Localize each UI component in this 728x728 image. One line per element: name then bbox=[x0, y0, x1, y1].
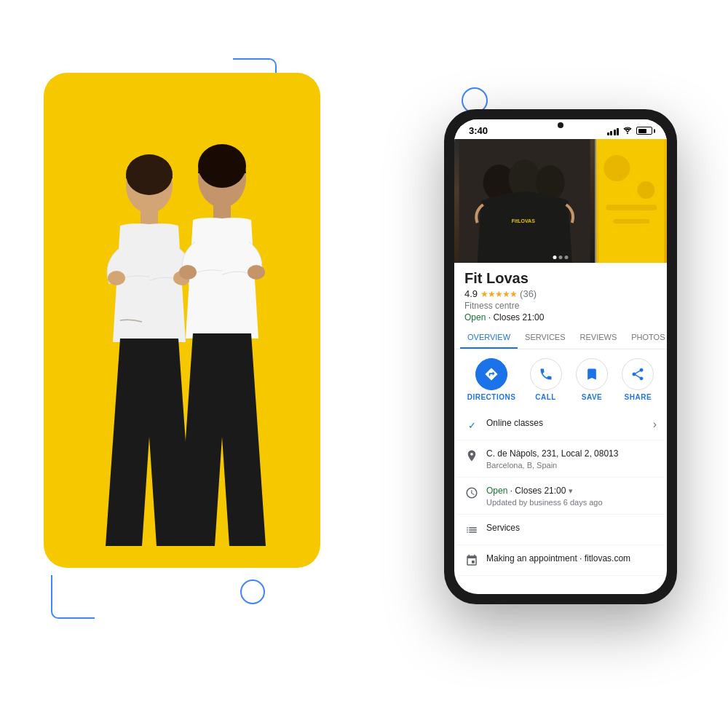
address-content: C. de Nàpols, 231, Local 2, 08013 Barcel… bbox=[486, 448, 657, 470]
clock-icon bbox=[464, 486, 479, 500]
appointment-row[interactable]: Making an appointment · fitlovas.com bbox=[457, 545, 664, 576]
tab-reviews[interactable]: REVIEWS bbox=[573, 327, 625, 349]
rating-number: 4.9 bbox=[464, 288, 478, 299]
share-button[interactable]: SHARE bbox=[622, 358, 654, 401]
location-icon bbox=[464, 448, 479, 463]
stars: ★★★★★ bbox=[480, 289, 517, 299]
dot-1 bbox=[553, 256, 557, 259]
svg-rect-2 bbox=[141, 211, 158, 226]
list-icon bbox=[464, 523, 479, 537]
business-name: Fit Lovas bbox=[464, 270, 657, 287]
people-illustration bbox=[44, 73, 320, 568]
hours-row[interactable]: Open · Closes 21:00 ▾ Updated by busines… bbox=[457, 478, 664, 515]
svg-point-10 bbox=[627, 133, 628, 134]
tab-overview[interactable]: OVERVIEW bbox=[460, 327, 518, 349]
chevron-right-icon: › bbox=[653, 418, 657, 431]
directions-icon-circle bbox=[475, 358, 507, 390]
directions-button[interactable]: DIRECTIONS bbox=[467, 358, 516, 401]
yellow-background-card bbox=[44, 73, 320, 568]
hours-updated: Updated by business 6 days ago bbox=[486, 498, 657, 507]
circle-bottom-decoration bbox=[240, 579, 265, 604]
share-icon-circle bbox=[622, 358, 654, 390]
svg-point-9 bbox=[248, 265, 265, 280]
business-photos[interactable]: FitLOVAS bbox=[454, 139, 667, 263]
info-section: ✓ Online classes › C. de Nàpols, 231, Lo… bbox=[454, 410, 667, 594]
tab-photos[interactable]: PHOTOS bbox=[624, 327, 667, 349]
appointment-text: Making an appointment · fitlovas.com bbox=[486, 553, 657, 565]
svg-text:FitLOVAS: FitLOVAS bbox=[512, 218, 535, 223]
dot-3 bbox=[565, 256, 569, 259]
photo-content: FitLOVAS bbox=[454, 139, 595, 263]
hours-content: Open · Closes 21:00 ▾ Updated by busines… bbox=[486, 485, 657, 507]
address-row[interactable]: C. de Nàpols, 231, Local 2, 08013 Barcel… bbox=[457, 440, 664, 478]
main-photo: FitLOVAS bbox=[454, 139, 595, 263]
status-icons bbox=[607, 126, 653, 135]
online-classes-text: Online classes bbox=[486, 417, 646, 430]
open-label: Open bbox=[464, 312, 486, 323]
call-label: CALL bbox=[535, 393, 556, 401]
action-row: DIRECTIONS CALL SAVE bbox=[454, 349, 667, 410]
svg-rect-16 bbox=[599, 139, 665, 263]
wifi-icon bbox=[622, 126, 633, 135]
review-count: (36) bbox=[520, 288, 537, 299]
appointment-content: Making an appointment · fitlovas.com bbox=[486, 553, 657, 565]
business-info: Fit Lovas 4.9 ★★★★★ (36) Fitness centre … bbox=[454, 263, 667, 327]
open-status: Open · Closes 21:00 bbox=[464, 312, 657, 323]
hours-status: Open · Closes 21:00 ▾ bbox=[486, 485, 657, 497]
call-icon-circle bbox=[530, 358, 562, 390]
online-classes-content: Online classes bbox=[486, 417, 646, 430]
services-content: Services bbox=[486, 522, 657, 534]
signal-icon bbox=[607, 127, 620, 135]
check-icon: ✓ bbox=[464, 418, 479, 432]
dot-2 bbox=[559, 256, 563, 259]
front-camera bbox=[558, 122, 563, 128]
svg-point-18 bbox=[638, 181, 655, 199]
phone-mockup: 3:40 bbox=[444, 109, 692, 619]
save-button[interactable]: SAVE bbox=[576, 358, 608, 401]
call-button[interactable]: CALL bbox=[530, 358, 562, 401]
svg-point-8 bbox=[179, 265, 197, 280]
tab-services[interactable]: SERVICES bbox=[518, 327, 572, 349]
calendar-icon bbox=[464, 553, 479, 568]
address-line1: C. de Nàpols, 231, Local 2, 08013 bbox=[486, 448, 657, 460]
close-time-text: · Closes 21:00 bbox=[510, 486, 566, 496]
open-text: Open bbox=[486, 486, 507, 496]
address-line2: Barcelona, B, Spain bbox=[486, 461, 657, 470]
online-classes-row[interactable]: ✓ Online classes › bbox=[457, 410, 664, 440]
svg-rect-20 bbox=[614, 219, 650, 223]
save-icon-circle bbox=[576, 358, 608, 390]
battery-icon bbox=[636, 127, 652, 135]
tabs: OVERVIEW SERVICES REVIEWS PHOTOS bbox=[454, 327, 667, 349]
close-time: · Closes 21:00 bbox=[488, 312, 545, 323]
svg-rect-7 bbox=[213, 205, 231, 220]
dropdown-arrow-icon: ▾ bbox=[569, 486, 573, 495]
rating-row: 4.9 ★★★★★ (36) bbox=[464, 288, 657, 299]
bracket-bottom-decoration bbox=[51, 575, 95, 619]
photo-dots bbox=[553, 256, 569, 259]
phone-device: 3:40 bbox=[444, 109, 677, 604]
services-row[interactable]: Services bbox=[457, 515, 664, 545]
phone-screen: 3:40 bbox=[454, 119, 667, 594]
svg-point-3 bbox=[108, 271, 125, 285]
services-text: Services bbox=[486, 522, 657, 534]
side-photo-content bbox=[596, 139, 667, 263]
category: Fitness centre bbox=[464, 301, 657, 311]
svg-rect-19 bbox=[606, 205, 657, 210]
status-time: 3:40 bbox=[469, 125, 488, 136]
side-photo bbox=[596, 139, 667, 263]
svg-point-17 bbox=[604, 155, 630, 181]
share-label: SHARE bbox=[625, 393, 652, 401]
save-label: SAVE bbox=[582, 393, 603, 401]
directions-label: DIRECTIONS bbox=[467, 393, 516, 401]
